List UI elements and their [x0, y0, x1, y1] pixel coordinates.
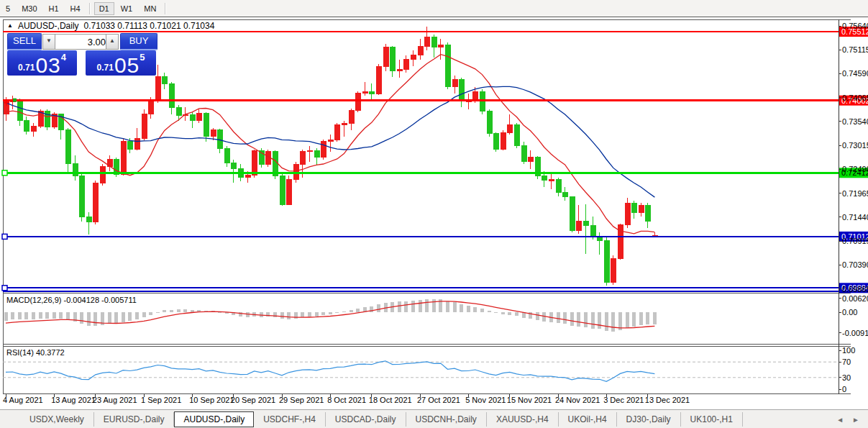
macd-histogram-bar [536, 312, 539, 320]
date-tick-label: 13 Dec 2021 [645, 396, 690, 404]
macd-histogram-bar [335, 312, 339, 313]
tab-uk100-h1[interactable]: UK100-,H1 [681, 412, 743, 427]
tab-ukoil-h4[interactable]: UKOil-,H4 [559, 412, 617, 427]
candle [556, 180, 561, 192]
tab-usdx-weekly[interactable]: USDX,Weekly [20, 412, 94, 427]
macd-histogram-bar [315, 312, 319, 317]
toolbar-separator [89, 3, 91, 14]
candle [155, 76, 160, 101]
candle [321, 141, 326, 157]
macd-histogram-bar [87, 312, 91, 326]
period-h1-button[interactable]: H1 [44, 2, 64, 15]
hline-handle[interactable] [13, 99, 17, 102]
macd-histogram-bar [32, 312, 35, 319]
tab-usdcad-daily[interactable]: USDCAD-,Daily [326, 412, 406, 427]
tab-scroll-right-icon[interactable]: ► [852, 416, 859, 424]
candle [501, 132, 506, 149]
sell-button[interactable]: SELL [7, 33, 42, 50]
hline-handle[interactable] [2, 286, 7, 291]
macd-histogram-bar [563, 312, 567, 324]
sell-price-button[interactable]: 0.71 03 4 [7, 50, 77, 76]
macd-histogram-bar [170, 310, 173, 312]
price-tick-label: 0.71965 [842, 189, 868, 198]
price-tick-label: 0.72490 [842, 165, 868, 173]
date-tick-label: 10 Sep 2021 [189, 396, 234, 404]
macd-histogram-bar [163, 310, 166, 312]
candle [529, 158, 534, 162]
candle [280, 176, 285, 204]
candle [80, 176, 85, 217]
volume-increment-button[interactable]: ▲ [106, 34, 119, 50]
price-tick-label: 0.74065 [842, 94, 868, 102]
macd-histogram-bar [605, 312, 608, 331]
period-d1-button[interactable]: D1 [94, 2, 114, 15]
rsi-indicator-label: RSI(14) 40.3772 [6, 348, 65, 357]
period-w1-button[interactable]: W1 [116, 2, 138, 15]
candle [494, 134, 499, 150]
rsi-line [6, 361, 654, 382]
candle [107, 159, 112, 166]
tab-dj30-daily[interactable]: DJ30-,Daily [617, 412, 681, 427]
macd-histogram-bar [460, 304, 463, 312]
macd-histogram-bar [287, 312, 291, 319]
sell-price-big: 03 [35, 55, 60, 76]
date-tick-label: 3 Dec 2021 [603, 396, 644, 404]
macd-histogram-bar [149, 312, 152, 315]
price-tick-label: 0.69865 [842, 285, 868, 293]
candle [418, 46, 423, 55]
candle [314, 150, 319, 157]
period-m5-button[interactable]: 5 [1, 2, 15, 15]
sell-price-prefix: 0.71 [18, 63, 35, 72]
candle [163, 76, 168, 83]
candle [570, 197, 575, 231]
tab-eurusd-daily[interactable]: EURUSD-,Daily [94, 412, 175, 427]
hline-handle[interactable] [2, 170, 7, 176]
tab-usdchf-h4[interactable]: USDCHF-,H4 [254, 412, 326, 427]
tab-scroll-left-icon[interactable]: ◄ [836, 416, 844, 424]
volume-decrement-button[interactable]: ▼ [42, 34, 55, 50]
period-toolbar: 5 M30 H1 H4 D1 W1 MN [0, 0, 868, 17]
volume-input[interactable] [55, 34, 110, 50]
candle [590, 226, 595, 237]
macd-histogram-bar [177, 309, 181, 312]
period-h4-button[interactable]: H4 [65, 2, 86, 15]
date-tick-label: 4 Aug 2021 [3, 396, 43, 404]
date-tick-label: 18 Oct 2021 [369, 396, 412, 404]
chart-tabbar: USDX,Weekly EURUSD-,Daily AUDUSD-,Daily … [0, 409, 868, 428]
candle [362, 91, 367, 93]
price-tick-label: 0.70915 [842, 237, 868, 245]
tab-usdcnh-daily[interactable]: USDCNH-,Daily [406, 412, 487, 427]
date-tick-label: 24 Nov 2021 [555, 396, 600, 404]
date-tick-label: 20 Sep 2021 [231, 396, 275, 404]
period-m30-button[interactable]: M30 [17, 2, 42, 15]
buy-button[interactable]: BUY [120, 33, 157, 50]
candle [508, 124, 513, 132]
rsi-tick-label: 0 [842, 385, 846, 393]
macd-histogram-bar [321, 312, 325, 315]
candle [204, 114, 209, 137]
macd-histogram-bar [626, 312, 629, 328]
tab-audusd-daily[interactable]: AUDUSD-,Daily [174, 411, 254, 427]
buy-price-button[interactable]: 0.71 05 5 [86, 50, 156, 76]
candle [563, 192, 568, 197]
candle [583, 222, 588, 226]
candle [376, 66, 381, 94]
hline-handle[interactable] [2, 234, 7, 239]
macd-histogram-bar [80, 312, 83, 324]
period-mn-button[interactable]: MN [139, 2, 161, 15]
macd-histogram-bar [501, 312, 505, 314]
macd-histogram-bar [135, 312, 139, 319]
candle [211, 130, 216, 136]
macd-histogram-bar [453, 302, 457, 312]
macd-tick-label: 0.006201 [842, 294, 868, 303]
macd-histogram-bar [488, 311, 491, 312]
macd-histogram-bar [108, 312, 111, 324]
price-tick-label: 0.73540 [842, 117, 868, 126]
collapse-panel-icon[interactable]: ▲ [7, 22, 13, 29]
tab-xauusd-h4[interactable]: XAUUSD-,H4 [487, 412, 559, 427]
candle [598, 237, 603, 240]
price-tick-label: 0.70390 [842, 260, 868, 269]
candle [252, 150, 257, 175]
price-tick-label: 0.71440 [842, 213, 868, 222]
macd-tick-label: 0.00 [842, 308, 857, 317]
